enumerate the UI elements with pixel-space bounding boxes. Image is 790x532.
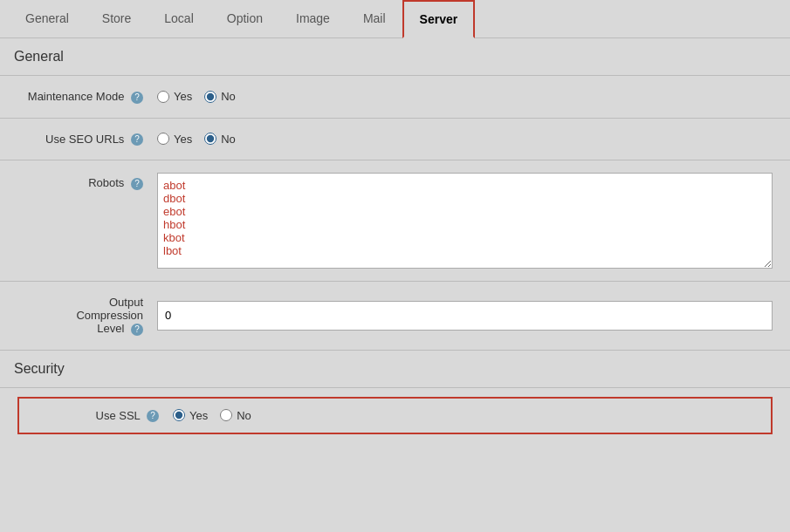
tab-option[interactable]: Option <box>210 0 279 38</box>
general-section-header: General <box>0 38 790 76</box>
output-compression-control <box>157 301 773 331</box>
content-area: General Maintenance Mode ? Yes No Use SE… <box>0 38 790 443</box>
output-compression-help-icon[interactable]: ? <box>131 324 143 336</box>
maintenance-mode-help-icon[interactable]: ? <box>131 92 143 104</box>
maintenance-mode-no-radio[interactable] <box>204 91 216 103</box>
use-ssl-row: Use SSL ? Yes No <box>17 397 773 435</box>
use-ssl-yes-label[interactable]: Yes <box>173 409 208 422</box>
tab-mail[interactable]: Mail <box>347 0 402 38</box>
maintenance-mode-label: Maintenance Mode ? <box>17 90 157 104</box>
ssl-row-wrapper: Use SSL ? Yes No <box>0 388 790 444</box>
tab-server[interactable]: Server <box>402 0 476 38</box>
output-compression-row: OutputCompressionLevel ? <box>0 282 790 351</box>
use-ssl-yes-radio[interactable] <box>173 409 185 421</box>
use-ssl-no-radio[interactable] <box>220 409 232 421</box>
output-compression-label: OutputCompressionLevel ? <box>17 296 157 336</box>
use-ssl-control: Yes No <box>173 409 757 422</box>
use-ssl-label: Use SSL ? <box>33 409 173 423</box>
seo-urls-no-label[interactable]: No <box>204 133 236 146</box>
seo-urls-control: Yes No <box>157 133 773 146</box>
output-compression-input[interactable] <box>157 301 773 331</box>
seo-urls-yes-radio[interactable] <box>157 133 169 145</box>
maintenance-mode-no-label[interactable]: No <box>204 90 236 103</box>
maintenance-mode-control: Yes No <box>157 90 773 103</box>
tab-image[interactable]: Image <box>279 0 347 38</box>
use-ssl-help-icon[interactable]: ? <box>147 410 159 422</box>
maintenance-mode-yes-radio[interactable] <box>157 91 169 103</box>
tab-general[interactable]: General <box>9 0 86 38</box>
tab-bar: General Store Local Option Image Mail Se… <box>0 0 790 38</box>
robots-help-icon[interactable]: ? <box>131 178 143 190</box>
use-ssl-no-label[interactable]: No <box>220 409 251 422</box>
seo-urls-yes-label[interactable]: Yes <box>157 133 192 146</box>
robots-label: Robots ? <box>17 173 157 190</box>
robots-control: abot dbot ebot hbot kbot lbot <box>157 173 773 269</box>
seo-urls-no-radio[interactable] <box>204 133 216 145</box>
seo-urls-row: Use SEO URLs ? Yes No <box>0 119 790 161</box>
maintenance-mode-row: Maintenance Mode ? Yes No <box>0 76 790 119</box>
maintenance-mode-yes-label[interactable]: Yes <box>157 90 192 103</box>
seo-urls-label: Use SEO URLs ? <box>17 133 157 147</box>
security-section-header: Security <box>0 351 790 388</box>
robots-textarea[interactable]: abot dbot ebot hbot kbot lbot <box>157 173 773 269</box>
robots-row: Robots ? abot dbot ebot hbot kbot lbot <box>0 160 790 282</box>
tab-local[interactable]: Local <box>148 0 210 38</box>
tab-store[interactable]: Store <box>86 0 148 38</box>
seo-urls-help-icon[interactable]: ? <box>131 133 143 146</box>
